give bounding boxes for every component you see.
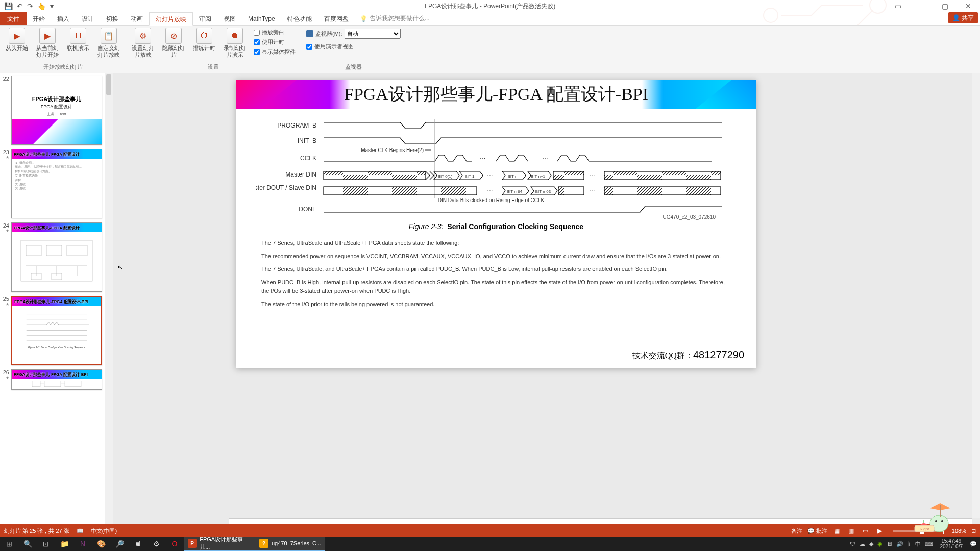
custom-show-label: 自定义幻灯片放映 xyxy=(95,45,122,58)
onenote-icon[interactable]: N xyxy=(74,537,92,551)
spellcheck-icon[interactable]: 📖 xyxy=(77,528,84,534)
chk-presenter-view[interactable]: 使用演示者视图 xyxy=(306,43,401,51)
tab-review[interactable]: 审阅 xyxy=(193,12,217,25)
tab-animations[interactable]: 动画 xyxy=(125,12,149,25)
setup-label: 设置幻灯片放映 xyxy=(129,45,157,58)
tab-design[interactable]: 设计 xyxy=(76,12,100,25)
tab-insert[interactable]: 插入 xyxy=(51,12,76,25)
setup-slideshow-button[interactable]: ⚙设置幻灯片放映 xyxy=(129,28,157,58)
maximize-icon[interactable]: ▢ xyxy=(933,0,957,12)
qat-more-icon[interactable]: ▾ xyxy=(50,2,54,10)
tray-volume-icon[interactable]: 🔊 xyxy=(896,541,903,547)
tab-mathtype[interactable]: MathType xyxy=(242,12,281,25)
rehearse-label: 排练计时 xyxy=(193,45,215,52)
tray-network-icon[interactable]: 🖥 xyxy=(887,541,892,547)
slideshow-view-icon[interactable]: ▶ xyxy=(875,527,885,535)
tab-home[interactable]: 开始 xyxy=(27,12,51,25)
settings-icon[interactable]: ⚙ xyxy=(147,537,165,551)
from-current-button[interactable]: ▶从当前幻灯片开始 xyxy=(34,28,61,58)
opera-icon[interactable]: O xyxy=(165,537,184,551)
explorer-icon[interactable]: 📁 xyxy=(55,537,74,551)
rehearse-button[interactable]: ⏱排练计时 xyxy=(190,28,218,58)
svg-text:DIN Data Bits clocked on Risin: DIN Data Bits clocked on Rising Edge of … xyxy=(438,197,545,203)
thumb-26-hdr: FPGA设计那些事儿-FPGA 配置设计-BPI xyxy=(12,370,102,379)
thumb-25[interactable]: 25★ FPGA设计那些事儿-FPGA 配置设计-BPI Figure 2-3:… xyxy=(1,296,111,365)
tray-clock[interactable]: 15:47:492021/10/7 xyxy=(937,538,966,549)
zoom-slider[interactable] xyxy=(893,530,944,532)
thumb-22[interactable]: 22 FPGA设计那些事儿 FPGA 配置设计 主讲：Trent xyxy=(1,76,111,145)
monitor-icon xyxy=(306,30,313,37)
present-online-button[interactable]: 🖥联机演示 xyxy=(64,28,92,58)
tray-keyboard-icon[interactable]: ⌨ xyxy=(925,541,933,547)
svg-text:DONE: DONE xyxy=(299,206,316,213)
notes-toggle[interactable]: ≡ 备注 xyxy=(786,527,802,535)
taskbar-ppt-label: FPGA设计那些事儿... xyxy=(200,536,251,551)
record-button[interactable]: ⏺录制幻灯片演示 xyxy=(221,28,249,58)
language-indicator[interactable]: 中文(中国) xyxy=(91,527,117,535)
save-icon[interactable]: 💾 xyxy=(4,2,13,10)
chk-media[interactable]: 显示媒体控件 xyxy=(254,48,296,56)
everything-icon[interactable]: 🔎 xyxy=(110,537,129,551)
from-beginning-button[interactable]: ▶从头开始 xyxy=(3,28,31,58)
timer-icon: ⏱ xyxy=(196,28,212,44)
tab-view[interactable]: 视图 xyxy=(217,12,242,25)
start-button[interactable]: ⊞ xyxy=(0,537,18,551)
slide-editor: ↖ FPGA设计那些事儿-FPGA 配置设计-BPI PROGRAM_B INI… xyxy=(113,73,980,537)
fit-window-icon[interactable]: ⊡ xyxy=(971,528,976,534)
custom-show-button[interactable]: 📋自定义幻灯片放映 xyxy=(95,28,122,58)
tab-transitions[interactable]: 切换 xyxy=(100,12,125,25)
play-current-icon: ▶ xyxy=(39,28,56,44)
tab-slideshow[interactable]: 幻灯片放映 xyxy=(149,12,193,26)
minimize-icon[interactable]: — xyxy=(910,0,933,12)
taskbar-app-chm[interactable]: ?ug470_7Series_C... xyxy=(255,537,325,551)
redo-icon[interactable]: ↷ xyxy=(27,2,33,10)
play-icon: ▶ xyxy=(9,28,25,44)
tray-app-icon[interactable]: ◆ xyxy=(869,541,873,547)
hide-slide-button[interactable]: ⊘隐藏幻灯片 xyxy=(160,28,187,58)
tab-baidu[interactable]: 百度网盘 xyxy=(318,12,355,25)
comments-toggle[interactable]: 💬 批注 xyxy=(807,527,827,535)
thumb-22-title: FPGA设计那些事儿 xyxy=(12,95,102,103)
svg-text:Master CLK Begins Here(2): Master CLK Begins Here(2) xyxy=(361,147,424,153)
tab-special[interactable]: 特色功能 xyxy=(281,12,318,25)
thumb-23[interactable]: 23★ FPGA设计那些事儿-FPGA 配置设计(1) 概念介绍...概念、原理… xyxy=(1,149,111,218)
tray-bluetooth-icon[interactable]: ᛒ xyxy=(908,541,911,547)
search-icon[interactable]: 🔍 xyxy=(18,537,37,551)
tray-nvidia-icon[interactable]: ◉ xyxy=(877,541,883,547)
taskbar-app-powerpoint[interactable]: PFPGA设计那些事儿... xyxy=(184,537,255,551)
chk-narration-label: 播放旁白 xyxy=(262,29,284,36)
monitor-select[interactable]: 自动 xyxy=(345,29,401,39)
zoom-level[interactable]: 108% xyxy=(952,528,966,534)
reading-view-icon[interactable]: ▭ xyxy=(861,527,870,535)
undo-icon[interactable]: ↶ xyxy=(17,2,23,10)
svg-text:···: ··· xyxy=(589,186,595,194)
hide-icon: ⊘ xyxy=(165,28,182,44)
normal-view-icon[interactable]: ▦ xyxy=(832,527,842,535)
app-icon-1[interactable]: 🎨 xyxy=(92,537,110,551)
chk-narration[interactable]: 播放旁白 xyxy=(254,29,296,36)
editor-scrollbar[interactable] xyxy=(972,73,980,518)
chk-timing[interactable]: 使用计时 xyxy=(254,38,296,46)
tab-file[interactable]: 文件 xyxy=(0,12,27,25)
touch-mode-icon[interactable]: 👆 xyxy=(37,2,46,10)
quick-access-toolbar: 💾 ↶ ↷ 👆 ▾ xyxy=(0,2,54,10)
close-icon[interactable]: ✕ xyxy=(957,0,980,12)
slide-canvas[interactable]: FPGA设计那些事儿-FPGA 配置设计-BPI PROGRAM_B INIT_… xyxy=(236,80,756,368)
tray-onedrive-icon[interactable]: ☁ xyxy=(860,541,865,547)
calculator-icon[interactable]: 🖩 xyxy=(129,537,147,551)
tray-shield-icon[interactable]: 🛡 xyxy=(850,541,855,547)
tell-me-search[interactable]: 告诉我您想要做什么... xyxy=(355,12,430,25)
svg-text:Master DOUT / Slave DIN: Master DOUT / Slave DIN xyxy=(256,184,316,191)
svg-rect-3 xyxy=(26,245,41,256)
tray-notifications-icon[interactable]: 💬 xyxy=(970,541,977,547)
share-button[interactable]: 👤 共享 xyxy=(948,12,978,23)
task-view-icon[interactable]: ⊡ xyxy=(37,537,55,551)
thumbnails-scrollbar[interactable] xyxy=(105,73,113,537)
sorter-view-icon[interactable]: ▥ xyxy=(847,527,856,535)
system-tray: 🛡 ☁ ◆ ◉ 🖥 🔊 ᛒ 中 ⌨ 15:47:492021/10/7 💬 xyxy=(850,538,981,549)
tray-ime-lang[interactable]: 中 xyxy=(915,540,921,548)
thumb-24[interactable]: 24★ FPGA设计那些事儿-FPGA 配置设计 xyxy=(1,222,111,292)
thumb-25-hdr: FPGA设计那些事儿-FPGA 配置设计-BPI xyxy=(12,297,101,306)
ribbon-options-icon[interactable]: ▭ xyxy=(886,0,910,12)
thumb-26[interactable]: 26★ FPGA设计那些事儿-FPGA 配置设计-BPI xyxy=(1,369,111,390)
